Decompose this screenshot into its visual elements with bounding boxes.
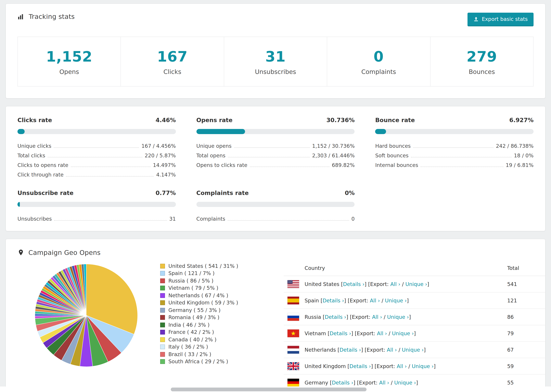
rate-title: Bounce rate [375,117,415,124]
table-header-row: Country Total [284,260,545,276]
stat-unsubscribes-label: Unsubscribes [255,68,296,75]
legend-color-chip [160,301,165,305]
stat-clicks: 167 Clicks [121,37,224,87]
geo-opens-title: Campaign Geo Opens [28,249,101,256]
stat-row: Click through rate4.147% [17,168,176,178]
legend-color-chip [160,279,165,283]
horizontal-scrollbar-thumb[interactable] [171,388,366,391]
rate-value: 4.46% [155,117,176,124]
country-cell: United States [Details ›] [Export: All ›… [299,281,507,287]
rate-title: Unsubscribe rate [17,189,74,196]
export-all-link[interactable]: All › [370,297,380,304]
legend-item: Italy ( 36 / 2% ) [160,343,284,351]
country-column-header: Country [284,265,507,271]
rate-progress-fill [196,129,245,134]
rate-value: 0.77% [155,189,176,196]
unsubscribe-rate-panel: Unsubscribe rate 0.77% Unsubscribes31 [17,189,176,222]
details-link[interactable]: Details › [325,314,346,320]
stat-row: Clicks to opens rate14.497% [17,159,176,168]
map-pin-icon [17,249,24,256]
export-all-link[interactable]: All › [372,314,382,320]
stat-row: Hard bounces242 / 86.738% [375,140,534,149]
legend-label: South Africa ( 29 / 2% ) [168,359,228,365]
legend-label: United States ( 541 / 31% ) [168,263,238,269]
export-icon [473,16,479,22]
dotted-leader [228,220,349,221]
stat-row: Total opens2,303 / 61.446% [196,149,354,159]
details-link[interactable]: Details › [330,330,351,336]
legend-item: France ( 42 / 2% ) [160,329,284,336]
rate-progress-fill [17,129,24,134]
country-name: United States [304,281,339,287]
legend-label: Netherlands ( 67 / 4% ) [168,293,228,299]
export-all-link[interactable]: All › [377,330,387,336]
export-unique-link[interactable]: Unique › [392,330,414,336]
flag-spain-icon [288,297,299,304]
legend-item: Canada ( 40 / 2% ) [160,336,284,343]
export-unique-link[interactable]: Unique › [387,314,409,320]
table-row: United States [Details ›] [Export: All ›… [284,276,545,293]
rate-title: Clicks rate [17,117,52,124]
table-row: Vietnam [Details ›] [Export: All › / Uni… [284,325,545,342]
dashboard-page: Tracking stats Export basic stats 1,152 … [0,0,551,392]
details-link[interactable]: Details › [323,297,344,304]
legend-label: France ( 42 / 2% ) [168,329,214,335]
dotted-leader [54,147,139,148]
export-unique-link[interactable]: Unique › [402,347,424,353]
dotted-leader [411,157,511,157]
rate-progress-track [196,202,354,207]
tracking-stats-title: Tracking stats [29,13,75,20]
legend-color-chip [160,308,165,313]
details-link[interactable]: Details › [332,379,353,386]
rate-value: 6.927% [509,117,534,124]
export-all-link[interactable]: All › [397,363,407,369]
stat-unsubscribes-value: 31 [265,48,286,65]
details-link[interactable]: Details › [349,363,371,369]
stat-clicks-label: Clicks [163,68,181,75]
rate-progress-track [375,129,534,134]
stat-complaints-value: 0 [374,48,384,65]
stat-row: Soft bounces18 / 0% [375,149,534,159]
country-cell: Spain [Details ›] [Export: All › / Uniqu… [299,297,507,304]
export-all-link[interactable]: All › [379,379,389,386]
rate-progress-track [17,129,176,134]
legend-item: South Africa ( 29 / 2% ) [160,358,284,365]
legend-item: Spain ( 121 / 7% ) [160,270,284,277]
country-name: Netherlands [304,347,336,353]
rate-progress-track [196,129,354,134]
geo-pie-chart [17,260,160,391]
legend-label: Brazil ( 33 / 2% ) [168,351,211,357]
stat-bounces-label: Bounces [469,68,495,75]
table-row: Russia [Details ›] [Export: All › / Uniq… [284,309,545,325]
country-cell: Russia [Details ›] [Export: All › / Uniq… [299,314,507,320]
details-link[interactable]: Details › [339,347,361,353]
details-link[interactable]: Details › [343,281,365,287]
export-unique-link[interactable]: Unique › [385,297,407,304]
legend-label: Italy ( 36 / 2% ) [168,344,208,350]
dotted-leader [66,176,154,176]
complaints-rate-panel: Complaints rate 0% Complaints0 [196,189,354,222]
rate-progress-track [17,202,176,207]
legend-item: Germany ( 55 / 3% ) [160,307,284,314]
clicks-rate-panel: Clicks rate 4.46% Unique clicks167 / 4.4… [17,117,176,178]
legend-item: Vietnam ( 79 / 5% ) [160,284,284,292]
country-total: 79 [507,330,545,336]
horizontal-scrollbar-track[interactable] [0,386,551,392]
country-cell: Vietnam [Details ›] [Export: All › / Uni… [299,330,507,336]
export-unique-link[interactable]: Unique › [412,363,434,369]
export-all-link[interactable]: All › [390,281,400,287]
legend-label: Canada ( 40 / 2% ) [168,336,216,343]
rate-title: Complaints rate [196,189,249,196]
legend-label: India ( 46 / 3% ) [168,322,210,328]
export-unique-link[interactable]: Unique › [394,379,416,386]
legend-item: Russia ( 86 / 5% ) [160,277,284,284]
legend-color-chip [160,345,165,350]
legend-item: United Kingdom ( 59 / 3% ) [160,299,284,307]
stat-clicks-value: 167 [157,48,188,65]
export-unique-link[interactable]: Unique › [405,281,427,287]
export-basic-stats-button[interactable]: Export basic stats [467,13,534,26]
dotted-leader [421,167,503,167]
export-all-link[interactable]: All › [387,347,397,353]
country-cell: United Kingdom [Details ›] [Export: All … [299,363,507,369]
dotted-leader [413,147,494,148]
